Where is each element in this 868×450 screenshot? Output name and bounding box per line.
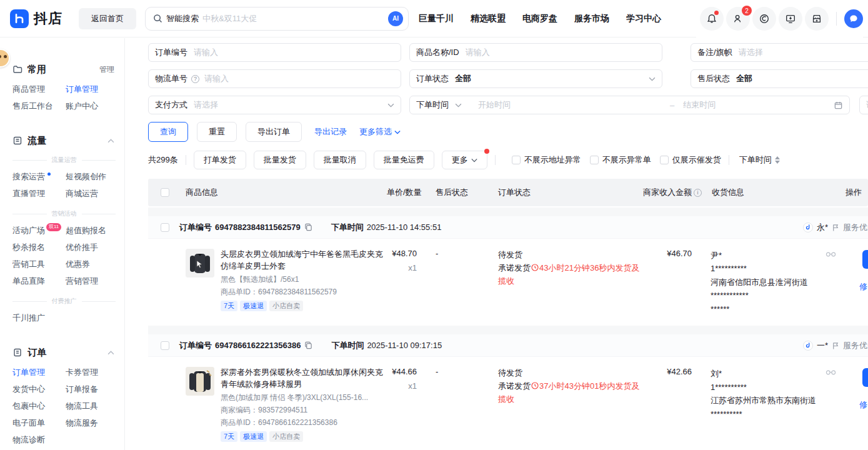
product-image[interactable] bbox=[186, 249, 214, 278]
flag-icon[interactable] bbox=[832, 224, 839, 232]
receiver-phone: 1********** bbox=[711, 381, 822, 394]
order-operations: 修 bbox=[845, 249, 868, 305]
download-client-button[interactable] bbox=[779, 7, 802, 31]
calendar-icon[interactable] bbox=[834, 101, 843, 110]
pay-method-select[interactable]: 支付方式 请选择 bbox=[148, 96, 401, 114]
buyer-name[interactable]: 一* bbox=[817, 340, 828, 351]
sidebar-item-order-report[interactable]: 订单报备 bbox=[66, 381, 124, 398]
sidebar-item-coupon[interactable]: 优惠券 bbox=[66, 256, 124, 272]
order-checkbox[interactable] bbox=[161, 223, 169, 232]
sidebar-item-premium-buy-signup[interactable]: 超值购报名 bbox=[66, 222, 124, 239]
order-status-select[interactable]: 订单状态 全部 bbox=[409, 69, 662, 88]
batch-ship-button[interactable]: 批量发货 bbox=[254, 151, 306, 169]
sidebar-item-logistics-service[interactable]: 物流服务 bbox=[66, 414, 124, 431]
sidebar-item-short-video-creation[interactable]: 短视频创作 bbox=[66, 168, 124, 185]
section-traffic[interactable]: 流量 bbox=[12, 133, 124, 148]
unit-price: ¥44.66 bbox=[386, 367, 417, 376]
help-icon[interactable]: ? bbox=[191, 75, 199, 83]
hide-abnormal-order-checkbox[interactable]: 不展示异常单 bbox=[590, 154, 651, 166]
sidebar-item-single-discount[interactable]: 单品直降 bbox=[12, 272, 66, 289]
more-filters-link[interactable]: 更多筛选 bbox=[359, 126, 401, 138]
nav-qianchuan[interactable]: 巨量千川 bbox=[419, 13, 454, 24]
modify-address-link[interactable]: 修 bbox=[859, 399, 867, 411]
buyer-name[interactable]: 永* bbox=[817, 222, 828, 233]
nav-service-market[interactable]: 服务市场 bbox=[574, 13, 609, 24]
sidebar-item-qianchuan-promotion[interactable]: 千川推广 bbox=[12, 309, 66, 326]
only-urged-checkbox[interactable]: 仅展示催发货 bbox=[660, 154, 721, 166]
sidebar-item-order-management-2[interactable]: 订单管理 bbox=[12, 364, 66, 381]
section-order[interactable]: 订单 bbox=[12, 345, 124, 360]
order-checkbox[interactable] bbox=[161, 341, 169, 350]
sidebar-item-logistics-diagnosis[interactable]: 物流诊断 bbox=[12, 431, 66, 448]
query-button[interactable]: 查询 bbox=[148, 122, 188, 142]
account-avatar[interactable] bbox=[844, 9, 863, 28]
tracking-number-field[interactable]: 物流单号 ? 请输入 bbox=[148, 69, 401, 88]
more-actions-button[interactable]: 更多 bbox=[442, 151, 487, 169]
export-log-link[interactable]: 导出记录 bbox=[314, 126, 347, 138]
nav-learning-center[interactable]: 学习中心 bbox=[626, 13, 661, 24]
order-number-field[interactable]: 订单编号 请输入 bbox=[148, 43, 401, 62]
product-title[interactable]: 探雳者外套男保暖秋冬立领加绒加厚休闲夹克青年绒款修身棒球服男 bbox=[221, 367, 386, 391]
sidebar-item-activity-plaza[interactable]: 活动广场双11 bbox=[12, 222, 66, 239]
sidebar-item-marketing-management[interactable]: 营销管理 bbox=[66, 272, 124, 289]
app-logo[interactable]: 抖店 bbox=[10, 9, 62, 28]
end-time-placeholder[interactable]: 结束时间 bbox=[683, 99, 834, 111]
product-id-line: 商品单ID：6947882384811562579 bbox=[221, 287, 386, 298]
search-icon bbox=[153, 14, 162, 23]
sidebar-item-marketing-tools[interactable]: 营销工具 bbox=[12, 256, 66, 272]
sidebar-item-aftersale-workbench[interactable]: 售后工作台 bbox=[12, 98, 66, 114]
copy-icon[interactable] bbox=[304, 341, 312, 349]
sidebar-item-live-management[interactable]: 直播管理 bbox=[12, 185, 66, 202]
batch-free-shipping-button[interactable]: 批量免运费 bbox=[374, 151, 434, 169]
ai-search-button[interactable]: AI bbox=[388, 11, 403, 26]
flag-icon[interactable] bbox=[832, 342, 839, 350]
service-priority-tag: 服务优先 bbox=[843, 222, 868, 233]
search-input[interactable]: 智能搜索 中秋&双11大促 AI bbox=[145, 7, 409, 31]
product-image[interactable] bbox=[186, 367, 214, 396]
back-home-button[interactable]: 返回首页 bbox=[79, 8, 136, 29]
sidebar-item-product-management[interactable]: 商品管理 bbox=[12, 81, 66, 98]
start-time-placeholder[interactable]: 开始时间 bbox=[478, 99, 511, 111]
sidebar-item-price-promoter[interactable]: 优价推手 bbox=[66, 239, 124, 256]
sidebar-item-package-center[interactable]: 包裹中心 bbox=[12, 398, 66, 414]
sidebar-item-order-management[interactable]: 订单管理 bbox=[66, 81, 124, 98]
copy-icon[interactable] bbox=[304, 223, 312, 231]
order-time-sort[interactable]: 下单时间 bbox=[739, 154, 780, 166]
view-address-icon[interactable] bbox=[826, 251, 836, 258]
aftersale-status-select[interactable]: 售后状态 全部 bbox=[691, 69, 868, 88]
sidebar-item-search-operation[interactable]: 搜索运营 bbox=[12, 168, 66, 185]
sidebar-item-flashsale-signup[interactable]: 秒杀报名 bbox=[12, 239, 66, 256]
sidebar-item-mall-operation[interactable]: 商城运营 bbox=[66, 185, 124, 202]
chevron-up-icon[interactable] bbox=[107, 139, 114, 143]
nav-selected-alliance[interactable]: 精选联盟 bbox=[471, 13, 506, 24]
hide-address-abnormal-checkbox[interactable]: 不展示地址异常 bbox=[512, 154, 581, 166]
remark-flag-field[interactable]: 备注/旗帜 请选择 bbox=[691, 43, 868, 62]
sidebar-item-card-coupon-management[interactable]: 卡券管理 bbox=[66, 364, 124, 381]
primary-action-button[interactable] bbox=[862, 368, 868, 387]
nav-ecommerce-compass[interactable]: 电商罗盘 bbox=[522, 13, 557, 24]
merchant-income: ¥46.70 bbox=[642, 249, 711, 258]
info-icon[interactable]: i bbox=[694, 189, 702, 197]
modify-address-link[interactable]: 修 bbox=[859, 281, 867, 292]
print-ship-button[interactable]: 打单发货 bbox=[194, 151, 246, 169]
sidebar-item-account-center[interactable]: 账户中心 bbox=[66, 98, 124, 114]
product-title[interactable]: 头层皮衣男立领加绒海宁中年爸爸黑毛皮夹克仿绵羊皮男士外套 bbox=[221, 249, 386, 272]
sidebar-item-e-waybill[interactable]: 电子面单 bbox=[12, 414, 66, 431]
shop-button[interactable] bbox=[805, 7, 829, 31]
order-time-range-field[interactable]: 下单时间 开始时间 – 结束时间 bbox=[409, 96, 850, 114]
sidebar-item-logistics-tools[interactable]: 物流工具 bbox=[66, 398, 124, 414]
view-address-icon[interactable] bbox=[826, 369, 836, 376]
customer-contact-button[interactable]: 2 bbox=[726, 7, 750, 31]
select-all-checkbox[interactable] bbox=[161, 188, 169, 197]
reset-button[interactable]: 重置 bbox=[197, 122, 237, 142]
export-orders-button[interactable]: 导出订单 bbox=[246, 122, 302, 142]
sidebar-item-shipping-center[interactable]: 发货中心 bbox=[12, 381, 66, 398]
customer-service-button[interactable] bbox=[752, 7, 776, 31]
primary-action-button[interactable] bbox=[862, 250, 868, 269]
notification-bell-button[interactable] bbox=[700, 7, 724, 31]
chevron-up-icon[interactable] bbox=[107, 351, 114, 355]
manage-link[interactable]: 管理 bbox=[99, 64, 114, 75]
extra-filter-field[interactable]: 请 bbox=[859, 96, 868, 114]
batch-cancel-button[interactable]: 批量取消 bbox=[314, 151, 366, 169]
product-name-field[interactable]: 商品名称/ID 请输入 bbox=[409, 43, 662, 62]
